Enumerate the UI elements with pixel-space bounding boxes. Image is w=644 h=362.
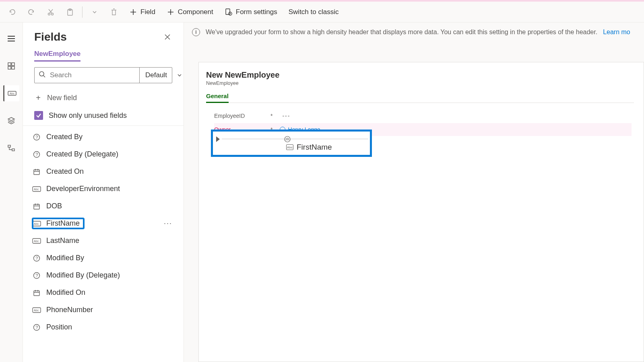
- text-icon: Abc: [33, 306, 41, 314]
- field-drop-target[interactable]: Abc FirstName: [211, 130, 372, 157]
- layers-rail-button[interactable]: [3, 113, 19, 129]
- form-settings-label: Form settings: [236, 8, 277, 16]
- undo-button[interactable]: [3, 6, 21, 19]
- required-indicator: *: [270, 113, 272, 119]
- form-title: New NewEmployee: [206, 70, 634, 80]
- add-field-label: Field: [140, 8, 155, 16]
- svg-rect-10: [12, 66, 14, 69]
- search-input[interactable]: [50, 71, 135, 79]
- entity-tab[interactable]: NewEmployee: [34, 50, 80, 62]
- delete-button[interactable]: [105, 6, 123, 19]
- svg-text:?: ?: [35, 256, 38, 261]
- text-icon: Abc: [33, 220, 41, 228]
- svg-rect-20: [34, 170, 39, 175]
- drop-field-chip: Abc FirstName: [286, 143, 332, 152]
- question-icon: ?: [33, 272, 41, 280]
- svg-rect-23: [34, 204, 39, 209]
- show-unused-checkbox[interactable]: Show only unused fields: [23, 106, 184, 125]
- close-icon: [164, 34, 171, 40]
- svg-text:?: ?: [35, 152, 38, 157]
- panel-title: Fields: [34, 31, 67, 43]
- svg-text:?: ?: [35, 273, 38, 278]
- form-subtitle: NewEmployee: [206, 80, 634, 86]
- field-item-label: DOB: [46, 202, 62, 210]
- add-field-button[interactable]: Field: [124, 6, 160, 19]
- redo-icon: [27, 8, 35, 16]
- checkbox-checked-icon: [34, 111, 43, 120]
- field-label: EmployeeID: [214, 113, 270, 119]
- command-bar: Field Component Form settings Switch to …: [0, 2, 644, 23]
- svg-point-1: [52, 13, 54, 15]
- question-icon: ?: [33, 323, 41, 331]
- field-item[interactable]: AbcDeveloperEnvironment: [23, 180, 184, 197]
- calendar-icon: [33, 289, 41, 297]
- chevron-down-icon: [91, 8, 99, 16]
- svg-point-0: [48, 13, 50, 15]
- form-tab-general[interactable]: General: [206, 93, 229, 103]
- grab-cursor-icon: [284, 136, 291, 143]
- field-item[interactable]: ?Modified By (Delegate): [23, 267, 184, 284]
- svg-text:?: ?: [35, 325, 38, 330]
- fields-rail-button[interactable]: Abc: [3, 85, 19, 101]
- question-icon: ?: [33, 150, 41, 158]
- new-field-button[interactable]: + New field: [23, 90, 184, 106]
- field-item[interactable]: AbcPhoneNumber: [23, 301, 184, 319]
- show-unused-label: Show only unused fields: [49, 111, 127, 120]
- switch-classic-label: Switch to classic: [289, 8, 339, 16]
- calendar-icon: [33, 202, 41, 210]
- field-item[interactable]: ?Modified By: [23, 249, 184, 267]
- paste-icon: [66, 8, 74, 16]
- form-canvas[interactable]: New NewEmployee NewEmployee General Empl…: [198, 62, 644, 362]
- field-item[interactable]: DOB: [23, 197, 184, 215]
- drop-divider: [222, 139, 368, 139]
- field-item-label: Created By: [46, 133, 83, 141]
- field-value: ---: [282, 113, 290, 119]
- filter-dropdown[interactable]: Default: [139, 68, 188, 83]
- field-item-label: Created On: [46, 167, 84, 176]
- svg-text:Abc: Abc: [34, 188, 39, 191]
- text-field-icon: Abc: [286, 144, 293, 150]
- switch-classic-button[interactable]: Switch to classic: [284, 6, 344, 19]
- more-options-button[interactable]: ···: [164, 219, 172, 228]
- fields-panel: Fields NewEmployee Default + New field: [23, 23, 184, 362]
- field-item[interactable]: ?Position: [23, 319, 184, 336]
- plus-icon: [129, 8, 137, 16]
- components-rail-button[interactable]: [3, 58, 19, 74]
- paste-button[interactable]: [61, 6, 79, 19]
- svg-rect-7: [8, 63, 11, 66]
- undo-icon: [8, 8, 16, 16]
- learn-more-link[interactable]: Learn mo: [603, 29, 630, 36]
- search-row: Default: [34, 67, 172, 83]
- field-item[interactable]: Modified On: [23, 284, 184, 301]
- field-item-label: Modified By: [46, 254, 84, 262]
- dropdown-button[interactable]: [86, 6, 103, 19]
- field-item[interactable]: AbcLastName: [23, 232, 184, 249]
- field-item[interactable]: ?Created By: [23, 128, 184, 146]
- field-item-label: LastName: [46, 237, 79, 245]
- chevron-down-icon: [177, 73, 182, 78]
- field-item[interactable]: Created On: [23, 163, 184, 180]
- hamburger-button[interactable]: [3, 31, 19, 47]
- svg-text:?: ?: [35, 135, 38, 140]
- add-component-label: Component: [178, 8, 213, 16]
- tree-rail-button[interactable]: [3, 140, 19, 156]
- new-field-label: New field: [47, 94, 77, 102]
- delete-icon: [110, 8, 118, 16]
- question-icon: ?: [33, 254, 41, 262]
- form-settings-button[interactable]: Form settings: [220, 6, 282, 19]
- form-settings-icon: [225, 8, 233, 16]
- cut-button[interactable]: [42, 6, 60, 19]
- svg-rect-14: [12, 149, 14, 151]
- drop-field-name: FirstName: [297, 143, 332, 152]
- field-item-label: DeveloperEnvironment: [46, 185, 120, 193]
- field-item[interactable]: AbcFirstName···: [23, 215, 184, 232]
- form-row-employeeid[interactable]: EmployeeID * ---: [214, 109, 632, 123]
- field-item[interactable]: ?Created By (Delegate): [23, 146, 184, 163]
- field-item-label: Modified On: [46, 288, 85, 297]
- cut-icon: [47, 8, 55, 16]
- close-panel-button[interactable]: [161, 31, 174, 43]
- filter-value: Default: [145, 71, 167, 79]
- plus-icon: [167, 8, 175, 16]
- redo-button[interactable]: [23, 6, 40, 19]
- add-component-button[interactable]: Component: [162, 6, 218, 19]
